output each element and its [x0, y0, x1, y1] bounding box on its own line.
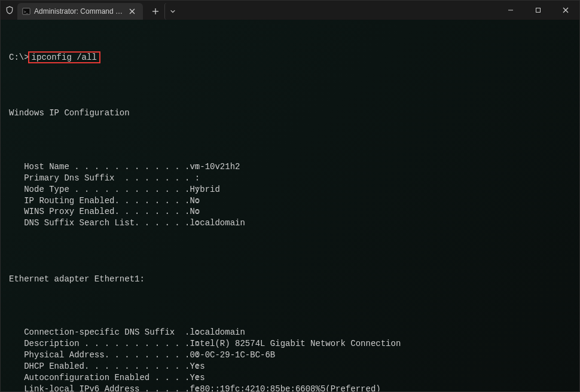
titlebar: >_ Administrator: Command Prom	[1, 1, 579, 20]
config-key: WINS Proxy Enabled. . . . . . . . :	[24, 206, 185, 218]
config-key: Physical Address. . . . . . . . . :	[24, 350, 185, 361]
config-value: fe80::19fc:4210:85be:6608%5(Preferred)	[185, 384, 381, 391]
config-line: Physical Address. . . . . . . . . : 00-0…	[9, 350, 571, 361]
config-value: vm-10v21h2	[185, 161, 240, 173]
titlebar-drag-area[interactable]	[180, 1, 497, 20]
config-key: Host Name . . . . . . . . . . . . :	[24, 161, 185, 173]
config-key: Primary Dns Suffix . . . . . . . :	[24, 173, 185, 184]
terminal-area[interactable]: C:\>ipconfig /all Windows IP Configurati…	[1, 20, 579, 391]
config-key: Link-local IPv6 Address . . . . . :	[24, 384, 185, 391]
config-key: DNS Suffix Search List. . . . . . :	[24, 218, 185, 229]
window-controls	[497, 1, 579, 20]
config-value: Yes	[185, 361, 205, 372]
config-line: DHCP Enabled. . . . . . . . . . . : Yes	[9, 361, 571, 372]
config-value: 00-0C-29-1C-BC-6B	[185, 350, 275, 361]
config-key: Autoconfiguration Enabled . . . . :	[24, 372, 185, 384]
svg-rect-7	[536, 8, 541, 13]
config-line: DNS Suffix Search List. . . . . . : loca…	[9, 218, 571, 229]
config-line: Connection-specific DNS Suffix . : local…	[9, 327, 571, 338]
config-line: WINS Proxy Enabled. . . . . . . . : No	[9, 206, 571, 218]
config-value: Hybrid	[185, 184, 220, 195]
maximize-button[interactable]	[524, 1, 552, 20]
tab-menu-button[interactable]	[164, 3, 180, 20]
command-line: C:\>ipconfig /all	[9, 52, 571, 63]
config-key: DHCP Enabled. . . . . . . . . . . :	[24, 361, 185, 372]
new-tab-button[interactable]	[146, 3, 164, 20]
config-line: Primary Dns Suffix . . . . . . . :	[9, 173, 571, 184]
config-key: Description . . . . . . . . . . . :	[24, 338, 185, 350]
section-ethernet-adapter: Ethernet adapter Ethernet1:	[9, 274, 571, 285]
config-key: IP Routing Enabled. . . . . . . . :	[24, 195, 185, 207]
cmd-icon: >_	[22, 7, 30, 16]
config-value: localdomain	[185, 327, 245, 338]
titlebar-left: >_ Administrator: Command Prom	[1, 1, 180, 20]
config-block-adapter: Connection-specific DNS Suffix . : local…	[9, 327, 571, 391]
highlighted-command: ipconfig /all	[28, 51, 100, 63]
config-value: localdomain	[185, 218, 245, 229]
config-line: Host Name . . . . . . . . . . . . : vm-1…	[9, 161, 571, 173]
tab-after-area	[146, 1, 180, 20]
config-value: Yes	[185, 372, 205, 384]
config-line: Description . . . . . . . . . . . : Inte…	[9, 338, 571, 350]
section-windows-ip-config: Windows IP Configuration	[9, 108, 571, 119]
tab-close-button[interactable]	[127, 7, 137, 16]
config-value: No	[185, 206, 200, 218]
close-button[interactable]	[552, 1, 579, 20]
config-line: Node Type . . . . . . . . . . . . : Hybr…	[9, 184, 571, 195]
config-line: Autoconfiguration Enabled . . . . : Yes	[9, 372, 571, 384]
config-key: Connection-specific DNS Suffix . :	[24, 327, 185, 338]
config-key: Node Type . . . . . . . . . . . . :	[24, 184, 185, 195]
svg-text:>_: >_	[24, 10, 29, 14]
shield-icon	[5, 6, 14, 14]
prompt: C:\>	[9, 53, 29, 62]
config-block-main: Host Name . . . . . . . . . . . . : vm-1…	[9, 161, 571, 229]
minimize-button[interactable]	[497, 1, 524, 20]
terminal-window: >_ Administrator: Command Prom	[0, 0, 580, 392]
config-line: Link-local IPv6 Address . . . . . : fe80…	[9, 384, 571, 391]
config-value: No	[185, 195, 200, 207]
tab-title: Administrator: Command Prom	[34, 7, 124, 16]
tab-active[interactable]: >_ Administrator: Command Prom	[17, 3, 143, 20]
config-line: IP Routing Enabled. . . . . . . . : No	[9, 195, 571, 207]
config-value: Intel(R) 82574L Gigabit Network Connecti…	[185, 338, 401, 350]
